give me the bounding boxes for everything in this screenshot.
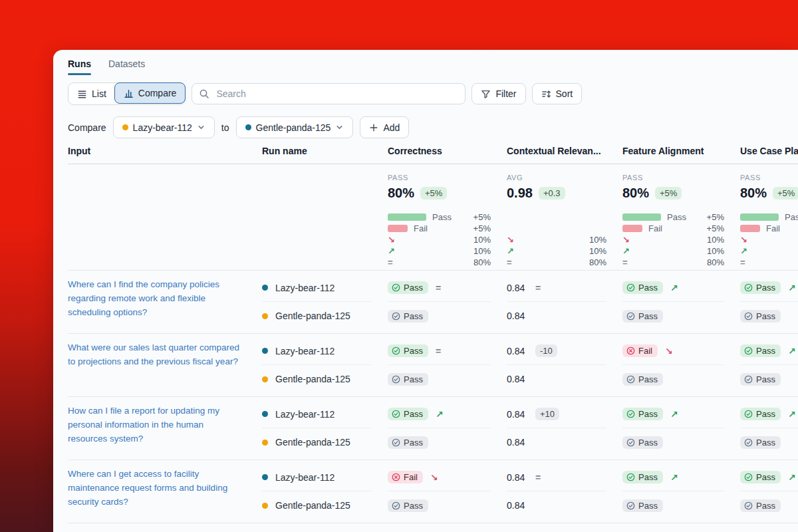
score-value: 0.84 — [507, 283, 528, 293]
compare-view-label: Compare — [138, 88, 177, 98]
score-value: 0.84 — [507, 311, 528, 321]
delta-badge: +5% — [655, 187, 682, 200]
trend-down-icon: ↘ — [665, 346, 673, 356]
summary-stat-value: 80% — [622, 186, 649, 201]
comparison-run-select[interactable]: Gentle-panda-125 — [236, 116, 354, 138]
badge-label: Pass — [638, 312, 658, 321]
list-view-button[interactable]: List — [68, 83, 115, 104]
summary-legend: Pass+5%Fail+5%↘10%↗10%=80% — [388, 211, 491, 268]
legend-value: 10% — [589, 235, 606, 245]
input-question-link[interactable]: How can I file a report for updating my … — [68, 404, 242, 446]
tab-runs[interactable]: Runs — [68, 59, 91, 75]
legend-item: ↗10% — [388, 245, 491, 257]
comparison-run-name: Gentle-panda-125 — [256, 122, 331, 133]
legend-item: =80% — [507, 257, 606, 268]
trend-eq-icon: = — [436, 346, 441, 356]
metric-summary: PASS80%+5%Pass+5%Fail+5%↘10%↗10%=80% — [388, 174, 507, 270]
trend-up-icon: ↗ — [388, 247, 398, 255]
filter-button[interactable]: Filter — [471, 83, 525, 104]
legend-item: ↘10% — [622, 234, 724, 245]
legend-item: =80% — [622, 257, 724, 268]
badge-label: Pass — [638, 438, 658, 447]
pass-badge: Pass — [622, 281, 663, 294]
pass-badge: Pass — [740, 344, 781, 357]
run-color-dot — [262, 376, 268, 382]
run-color-dot — [122, 124, 128, 130]
pass-badge: Pass — [740, 373, 781, 386]
column-header-6: Use Case Planning — [740, 146, 798, 164]
column-header-1: Input — [68, 146, 262, 164]
trend-down-icon: ↘ — [507, 235, 517, 244]
compare-bar: Compare Lazy-bear-112 to Gentle-panda-12… — [68, 116, 798, 138]
legend-value: +5% — [473, 212, 491, 222]
metric-summary: PASS80%+5%Pass+5%Fail+5%↘10%↗10%=80% — [622, 174, 740, 270]
legend-item: =80% — [388, 257, 491, 268]
summary-stat-value: 0.98 — [507, 186, 533, 201]
legend-value: 80% — [473, 257, 491, 267]
pass-badge: Pass — [388, 408, 428, 420]
legend-item: ↘10% — [507, 234, 606, 245]
fail-bar — [622, 225, 642, 232]
badge-label: Pass — [756, 438, 775, 447]
badge-label: Pass — [756, 283, 775, 292]
run-name-label: Lazy-bear-112 — [275, 409, 334, 420]
pass-badge: Pass — [622, 471, 663, 483]
badge-label: Pass — [638, 410, 658, 418]
run-name-label: Lazy-bear-112 — [275, 283, 334, 293]
trend-eq-icon: = — [740, 258, 750, 267]
metric-summary: PASS80%+5%PassFail↘↗= — [740, 174, 798, 270]
toolbar: List Compare Filter — [68, 82, 798, 105]
trend-eq-icon: = — [436, 283, 441, 293]
sort-button[interactable]: Sort — [532, 83, 583, 104]
pass-badge: Pass — [388, 281, 428, 294]
input-question-link[interactable]: Where can I find the company policies re… — [68, 278, 242, 320]
legend-label: Pass — [667, 212, 686, 222]
search-input[interactable] — [215, 88, 458, 100]
tab-datasets-label: Datasets — [108, 59, 145, 69]
table-row: Where can I get access to facility maint… — [68, 460, 798, 523]
legend-item: Fail+5% — [388, 223, 491, 234]
badge-label: Fail — [638, 346, 652, 355]
run-color-dot — [262, 285, 268, 291]
legend-item: Pass+5% — [388, 211, 491, 223]
badge-label: Pass — [756, 375, 775, 384]
trend-up-icon: ↗ — [740, 247, 750, 255]
column-header-2: Run name — [262, 146, 388, 164]
legend-label: Fail — [414, 223, 428, 233]
input-question-link[interactable]: What were our sales last quarter compare… — [68, 341, 242, 369]
pass-badge: Pass — [622, 373, 663, 386]
sort-icon — [541, 89, 551, 99]
baseline-run-select[interactable]: Lazy-bear-112 — [113, 116, 215, 138]
table-body: Where can I find the company policies re… — [68, 271, 798, 532]
pass-badge: Pass — [622, 408, 663, 420]
trend-up-icon: ↗ — [788, 473, 796, 482]
legend-item: Pass+5% — [622, 211, 724, 223]
runs-panel: Runs Datasets List Compare — [53, 50, 798, 532]
trend-up-icon: ↗ — [507, 247, 517, 255]
trend-eq-icon: = — [535, 473, 541, 482]
score-value: 0.84 — [507, 500, 528, 511]
list-icon — [77, 89, 87, 99]
summary-legend: Pass+5%Fail+5%↘10%↗10%=80% — [622, 211, 724, 268]
badge-label: Pass — [638, 501, 658, 510]
run-color-dot — [262, 348, 268, 354]
trend-eq-icon: = — [388, 258, 398, 267]
trend-up-icon: ↗ — [436, 410, 444, 419]
baseline-run-name: Lazy-bear-112 — [133, 122, 192, 133]
add-run-button[interactable]: Add — [360, 116, 409, 138]
input-question-link[interactable]: Where can I get access to facility maint… — [68, 467, 242, 509]
tab-datasets[interactable]: Datasets — [108, 59, 145, 75]
pass-badge: Pass — [388, 310, 428, 323]
summary-legend: ↘10%↗10%=80% — [507, 234, 606, 268]
compare-label: Compare — [68, 122, 106, 133]
pass-badge: Pass — [388, 436, 428, 449]
score-value: 0.84 — [507, 472, 528, 483]
table-row: What were our sales last quarter compare… — [68, 334, 798, 397]
trend-up-icon: ↗ — [670, 283, 678, 293]
badge-label: Pass — [638, 283, 658, 292]
compare-view-button[interactable]: Compare — [114, 82, 186, 104]
pass-badge: Pass — [740, 281, 781, 294]
tab-bar: Runs Datasets — [68, 50, 798, 75]
run-name-label: Gentle-panda-125 — [275, 311, 350, 321]
pass-badge: Pass — [740, 310, 781, 323]
